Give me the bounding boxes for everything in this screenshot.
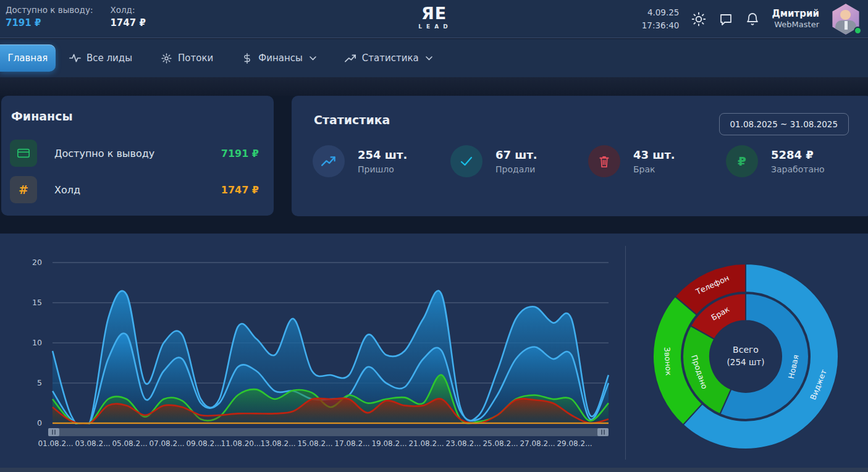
x-tick-label: 19.08.2... [371, 439, 407, 448]
credit-card-icon [10, 140, 37, 167]
gear-icon [161, 53, 172, 64]
finance-row-hold: # Холд 1747 ₽ [10, 174, 259, 205]
donut-center-sublabel: (254 шт) [727, 357, 765, 367]
ruble-icon: ₽ [726, 145, 758, 177]
y-tick-label: 5 [37, 378, 42, 387]
chart-scrollbar-handle-right[interactable] [597, 428, 609, 436]
y-tick-label: 20 [32, 258, 42, 267]
stat-value: 43 шт. [633, 148, 675, 161]
hold-label: Холд: [110, 5, 145, 15]
chart-scrollbar-handle-left[interactable] [48, 428, 59, 436]
user-name: Дмитрий [772, 8, 819, 20]
sunburst-chart[interactable]: ВиджетЗвонокТелефонНоваяПроданоБракВсего… [625, 234, 868, 472]
hash-icon: # [10, 176, 37, 203]
nav-label: Потоки [178, 53, 213, 64]
balance-label: Доступно к выводу: [6, 5, 93, 15]
finance-card: Финансы Доступно к выводу 7191 ₽ # Холд … [1, 96, 274, 216]
check-icon [450, 145, 482, 177]
stat-label: Брак [633, 164, 675, 174]
statistics-card: Статистика 01.08.2025 ~ 31.08.2025 254 ш… [292, 96, 868, 216]
messages-icon[interactable] [718, 12, 733, 27]
trend-up-icon [313, 145, 345, 177]
trash-icon [588, 145, 620, 177]
finance-row-label: Доступно к выводу [54, 148, 154, 159]
stat-sold: 67 шт. Продали [450, 145, 588, 177]
nav-label: Финансы [258, 53, 303, 64]
online-status-dot [854, 27, 862, 35]
stat-label: Продали [495, 164, 537, 174]
finance-row-available: Доступно к выводу 7191 ₽ [10, 138, 259, 169]
top-header: Доступно к выводу: 7191 ₽ Холд: 1747 ₽ Я… [0, 0, 868, 38]
stat-rejected: 43 шт. Брак [588, 145, 726, 177]
chevron-down-icon [426, 56, 432, 61]
stat-value: 254 шт. [358, 148, 407, 161]
stat-earned: ₽ 5284 ₽ Заработано [726, 145, 864, 177]
notifications-bell-icon[interactable] [745, 12, 760, 27]
bottom-scroll-strip[interactable] [0, 468, 868, 472]
balances-summary: Доступно к выводу: 7191 ₽ Холд: 1747 ₽ [6, 5, 146, 28]
date-range-picker[interactable]: 01.08.2025 ~ 31.08.2025 [719, 113, 849, 135]
x-tick-label: 03.08.2... [75, 439, 110, 448]
statistics-card-title: Статистика [314, 113, 390, 127]
trend-icon [345, 53, 356, 64]
y-tick-label: 0 [37, 418, 42, 428]
nav-item-statistics[interactable]: Статистика [345, 53, 432, 64]
x-tick-label: 29.08.2... [557, 439, 592, 448]
x-tick-label: 25.08.2... [482, 439, 518, 448]
main-nav: Главная Все лиды Потоки Фин [0, 39, 868, 77]
nav-item-finances[interactable]: Финансы [242, 53, 316, 64]
current-time: 17:36:40 [642, 19, 680, 32]
chart-scrollbar-track[interactable] [48, 428, 609, 436]
x-tick-label: 09.08.2... [186, 439, 221, 448]
x-tick-label: 21.08.2... [408, 439, 444, 448]
x-tick-label: 11.08.20... [221, 439, 261, 448]
x-tick-label: 05.08.2... [112, 439, 147, 448]
x-tick-label: 07.08.2... [149, 439, 184, 448]
finance-row-value: 1747 ₽ [221, 184, 259, 196]
y-tick-label: 10 [32, 338, 42, 347]
datetime-display: 4.09.25 17:36:40 [642, 6, 680, 32]
x-tick-label: 23.08.2... [445, 439, 481, 448]
nav-item-all-leads[interactable]: Все лиды [69, 53, 132, 64]
nav-item-home[interactable]: Главная [0, 44, 56, 72]
nav-label: Все лиды [86, 53, 132, 64]
hold-value: 1747 ₽ [110, 17, 145, 28]
finance-row-value: 7191 ₽ [221, 148, 259, 159]
logo-main: ЯE [416, 5, 452, 22]
balance-value: 7191 ₽ [6, 17, 93, 28]
dollar-icon [242, 53, 253, 64]
chevron-down-icon [310, 56, 316, 61]
current-date: 4.09.25 [642, 6, 680, 19]
app-root: Доступно к выводу: 7191 ₽ Холд: 1747 ₽ Я… [0, 0, 868, 472]
stat-incoming: 254 шт. Пришло [313, 145, 450, 177]
stat-label: Заработано [771, 164, 825, 174]
y-tick-label: 15 [32, 298, 42, 307]
donut-label-Звонок: Звонок [662, 347, 673, 376]
stat-value: 67 шт. [495, 148, 537, 161]
user-role: WebMaster [772, 20, 819, 30]
logo-sub: LEAD [418, 24, 452, 30]
brand-logo[interactable]: ЯE LEAD [416, 5, 452, 30]
activity-icon [69, 53, 81, 64]
x-tick-label: 17.08.2... [334, 439, 369, 448]
section-divider-strip [0, 77, 868, 96]
stat-value: 5284 ₽ [771, 148, 825, 161]
donut-center-label: Всего [733, 345, 759, 355]
charts-panel: 0510152001.08.2...03.08.2...05.08.2...07… [0, 234, 868, 472]
x-tick-label: 27.08.2... [520, 439, 555, 448]
nav-label: Статистика [362, 53, 419, 64]
area-chart[interactable]: 0510152001.08.2...03.08.2...05.08.2...07… [0, 234, 624, 472]
x-tick-label: 01.08.2... [38, 439, 73, 448]
nav-item-flows[interactable]: Потоки [161, 53, 213, 64]
theme-toggle-sun-icon[interactable] [691, 11, 707, 27]
finance-card-title: Финансы [11, 109, 73, 123]
x-tick-label: 13.08.2... [260, 439, 295, 448]
stat-label: Пришло [358, 164, 407, 174]
user-avatar[interactable] [831, 4, 861, 35]
x-tick-label: 15.08.2... [297, 439, 332, 448]
user-info[interactable]: Дмитрий WebMaster [772, 8, 819, 30]
finance-row-label: Холд [54, 184, 80, 196]
